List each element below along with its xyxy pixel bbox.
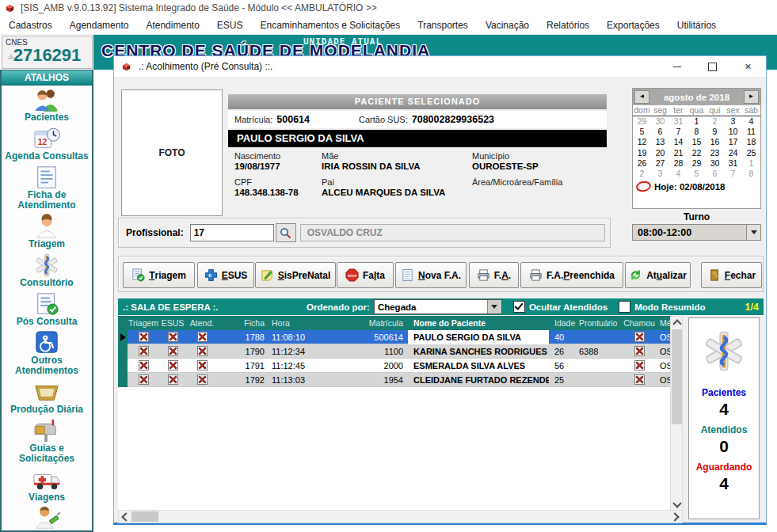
sidebar-item-pos-consulta[interactable]: Pós Consulta <box>2 290 92 329</box>
header-med[interactable]: Méd <box>657 316 670 330</box>
calendar-day-selected[interactable]: 2 <box>706 116 724 127</box>
calendar-day[interactable]: 12 <box>633 137 651 147</box>
calendar-day[interactable]: 8 <box>742 169 760 179</box>
fechar-button[interactable]: Fechar <box>701 262 762 288</box>
horizontal-scroll-thumb[interactable] <box>131 511 158 522</box>
header-prontuario[interactable]: Prontuário <box>577 316 622 330</box>
calendar-day[interactable]: 6 <box>651 127 669 137</box>
table-row[interactable]: 178811:08:10500614PAULO SERGIO DA SILVA4… <box>118 330 670 344</box>
calendar-day[interactable]: 31 <box>724 158 742 169</box>
table-horizontal-scrollbar[interactable] <box>118 510 683 523</box>
sidebar-item-outros-atendimentos[interactable]: Outros Atendimentos <box>2 329 92 378</box>
menu-item-cadastros[interactable]: Cadastros <box>0 17 61 33</box>
falta-button[interactable]: STOPFalta <box>337 262 394 288</box>
menu-item-agendamento[interactable]: Agendamento <box>61 17 138 33</box>
calendar-day[interactable]: 8 <box>687 127 706 137</box>
profissional-search-button[interactable] <box>276 223 296 242</box>
calendar-prev-button[interactable]: ◄ <box>634 90 649 104</box>
turno-select[interactable]: 08:00-12:00 <box>632 224 761 241</box>
nova-fa-button[interactable]: Nova F.A. <box>395 262 467 288</box>
sidebar-item-agenda-consultas[interactable]: 12Agenda Consultas <box>2 124 92 163</box>
calendar-day[interactable]: 7 <box>724 169 742 179</box>
vertical-scroll-thumb[interactable] <box>672 329 682 424</box>
calendar-day[interactable]: 1 <box>742 158 760 169</box>
menu-item-utilitarios[interactable]: Utilitários <box>668 17 725 33</box>
sidebar-item-viagens[interactable]: Viagens <box>2 466 92 504</box>
menu-item-vacinacao[interactable]: Vacinação <box>477 17 538 33</box>
minimize-button[interactable] <box>659 56 695 77</box>
header-chamou[interactable]: Chamou <box>622 316 657 330</box>
header-atend[interactable]: Atend. <box>186 316 218 330</box>
header-matricula[interactable]: Matrícula <box>316 316 408 330</box>
sidebar-item-vacinacao[interactable]: Vacinação <box>2 504 92 532</box>
menu-item-relatorios[interactable]: Relatórios <box>538 17 598 33</box>
table-row[interactable]: 179011:12:341100KARINA SANCHES RODRIGUES… <box>118 344 670 359</box>
window-titlebar[interactable]: .: Acolhimento (Pré Consulta) ::. × <box>114 56 766 78</box>
calendar-day[interactable]: 9 <box>706 127 724 137</box>
calendar-day[interactable]: 29 <box>633 116 651 127</box>
scroll-right-button[interactable] <box>670 511 682 522</box>
sidebar-item-triagem[interactable]: Triagem <box>2 212 92 251</box>
sidebar-item-ficha-de-atendimento[interactable]: Ficha de Atendimento <box>2 163 92 212</box>
calendar-day[interactable]: 6 <box>706 169 724 179</box>
menu-item-esus[interactable]: ESUS <box>208 17 252 33</box>
calendar-day[interactable]: 15 <box>687 137 706 147</box>
menu-item-atendimento[interactable]: Atendimento <box>137 17 208 33</box>
sidebar-item-consultorio[interactable]: Consultório <box>2 251 92 290</box>
sidebar-item-producao-diaria[interactable]: Produção Diária <box>2 378 92 416</box>
header-marker[interactable] <box>118 316 128 330</box>
calendar-day[interactable]: 10 <box>724 127 742 137</box>
sidebar-item-guias-e-solicitacoes[interactable]: Guias e Solicitações <box>2 416 92 466</box>
calendar-day[interactable]: 21 <box>669 148 687 158</box>
sidebar-item-pacientes[interactable]: Pacientes <box>2 86 92 124</box>
calendar-day[interactable]: 16 <box>706 137 724 147</box>
calendar-day[interactable]: 22 <box>687 148 706 158</box>
calendar-day[interactable]: 4 <box>669 169 687 179</box>
calendar-day[interactable]: 4 <box>742 116 760 127</box>
calendar-day[interactable]: 17 <box>724 137 742 147</box>
calendar-day[interactable]: 26 <box>633 158 651 169</box>
ordenado-dropdown-icon[interactable] <box>487 300 501 314</box>
calendar-day[interactable]: 1 <box>687 116 706 127</box>
calendar-next-button[interactable]: ► <box>744 90 759 104</box>
calendar-day[interactable]: 5 <box>633 127 651 137</box>
header-ficha[interactable]: Ficha <box>218 316 269 330</box>
atualizar-button[interactable]: Atualizar <box>625 262 691 288</box>
table-row[interactable]: 179211:13:031954CLEIDJANE FURTADO REZEND… <box>118 373 670 387</box>
profissional-code-input[interactable] <box>190 224 274 241</box>
calendar-day[interactable]: 31 <box>669 116 687 127</box>
header-idade[interactable]: Idade <box>549 316 577 330</box>
calendar-day[interactable]: 25 <box>742 148 760 158</box>
header-triagem[interactable]: Triagem <box>128 316 159 330</box>
calendar-day[interactable]: 7 <box>669 127 687 137</box>
esus-button[interactable]: eESUS <box>197 262 254 288</box>
maximize-button[interactable] <box>695 56 730 77</box>
calendar-day[interactable]: 28 <box>669 158 687 169</box>
calendar-day[interactable]: 14 <box>669 137 687 147</box>
calendar-day[interactable]: 29 <box>687 158 706 169</box>
scroll-left-button[interactable] <box>119 511 131 522</box>
sisprenatal-button[interactable]: SisPreNatal <box>255 262 336 288</box>
calendar-day[interactable]: 18 <box>742 137 760 147</box>
table-row[interactable]: 179111:12:452000ESMERALDA SILVA ALVES56O… <box>118 359 670 373</box>
calendar-day[interactable]: 20 <box>651 148 669 158</box>
ocultar-atendidos-checkbox[interactable]: Ocultar Atendidos <box>513 301 608 313</box>
fa-button[interactable]: F.A. <box>469 262 519 288</box>
calendar-day[interactable]: 19 <box>633 148 651 158</box>
calendar-day[interactable]: 30 <box>651 116 669 127</box>
turno-dropdown-icon[interactable] <box>746 225 760 240</box>
fa-preenchida-button[interactable]: F.A. Preenchida <box>520 262 623 288</box>
calendar-day[interactable]: 30 <box>706 158 724 169</box>
calendar-day[interactable]: 11 <box>742 127 760 137</box>
calendar-day[interactable]: 3 <box>724 116 742 127</box>
table-vertical-scrollbar[interactable] <box>670 316 683 511</box>
ordenado-select[interactable]: Chegada <box>374 299 502 314</box>
header-esus[interactable]: ESUS <box>159 316 186 330</box>
calendar-day[interactable]: 2 <box>633 169 651 179</box>
modo-resumido-checkbox[interactable]: Modo Resumido <box>619 301 705 313</box>
close-button[interactable]: × <box>730 56 766 77</box>
calendar-day[interactable]: 23 <box>706 148 724 158</box>
menu-item-exportacoes[interactable]: Exportações <box>598 17 668 33</box>
scroll-up-button[interactable] <box>671 317 683 329</box>
menu-item-encaminhamentos-e-solicitacoes[interactable]: Encaminhamentos e Solicitações <box>252 17 409 33</box>
